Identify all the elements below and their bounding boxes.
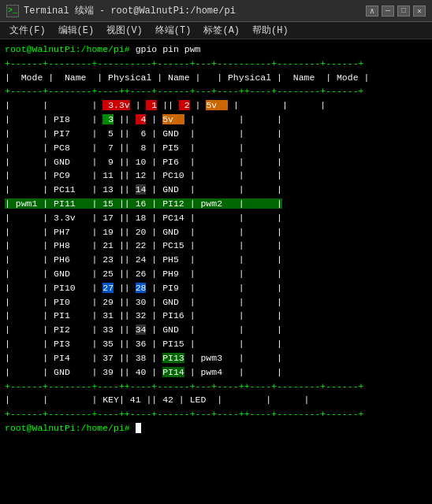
menu-tabs[interactable]: 标签(A) [197, 24, 246, 37]
menu-view[interactable]: 视图(V) [100, 24, 149, 37]
close-button[interactable]: ✕ [413, 6, 426, 17]
terminal-window[interactable]: root@WalnutPi:/home/pi# gpio pin pwm +--… [0, 39, 432, 504]
title-text: Terminal 续端 - root@WalnutPi:/home/pi [24, 4, 236, 17]
minimize-button[interactable]: ∧ [366, 6, 378, 17]
menu-terminal[interactable]: 终端(T) [149, 24, 198, 37]
title-bar: >_ Terminal 续端 - root@WalnutPi:/home/pi … [0, 0, 432, 22]
terminal-output: root@WalnutPi:/home/pi# gpio pin pwm +--… [5, 43, 427, 435]
menu-edit[interactable]: 编辑(E) [52, 24, 101, 37]
menu-help[interactable]: 帮助(H) [246, 24, 295, 37]
maximize-button[interactable]: □ [397, 6, 410, 17]
menu-bar: 文件(F) 编辑(E) 视图(V) 终端(T) 标签(A) 帮助(H) [0, 22, 432, 39]
menu-file[interactable]: 文件(F) [3, 24, 52, 37]
title-bar-left: >_ Terminal 续端 - root@WalnutPi:/home/pi [6, 4, 236, 17]
minimize-button2[interactable]: — [382, 6, 394, 17]
title-bar-buttons: ∧ — □ ✕ [366, 6, 426, 17]
terminal-icon: >_ [6, 5, 19, 17]
